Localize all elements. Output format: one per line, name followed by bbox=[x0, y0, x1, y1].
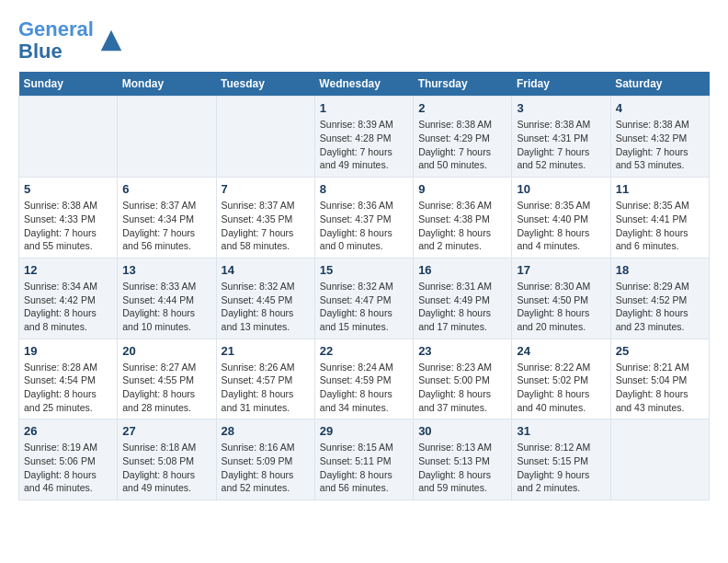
day-info: Sunrise: 8:22 AM Sunset: 5:02 PM Dayligh… bbox=[517, 361, 605, 415]
day-number: 2 bbox=[418, 101, 506, 115]
calendar-cell: 4Sunrise: 8:38 AM Sunset: 4:32 PM Daylig… bbox=[610, 97, 709, 178]
calendar-cell: 24Sunrise: 8:22 AM Sunset: 5:02 PM Dayli… bbox=[512, 339, 610, 419]
day-number: 8 bbox=[320, 182, 408, 196]
day-info: Sunrise: 8:31 AM Sunset: 4:49 PM Dayligh… bbox=[418, 280, 506, 334]
day-info: Sunrise: 8:24 AM Sunset: 4:59 PM Dayligh… bbox=[320, 361, 408, 415]
logo-text: GeneralBlue bbox=[18, 18, 94, 63]
day-header-monday: Monday bbox=[118, 72, 216, 97]
day-number: 31 bbox=[517, 424, 605, 438]
calendar-cell: 1Sunrise: 8:39 AM Sunset: 4:28 PM Daylig… bbox=[314, 97, 413, 178]
calendar-cell bbox=[216, 97, 314, 178]
day-number: 13 bbox=[122, 263, 210, 277]
day-number: 3 bbox=[517, 101, 605, 115]
calendar-cell: 18Sunrise: 8:29 AM Sunset: 4:52 PM Dayli… bbox=[610, 258, 709, 339]
day-header-saturday: Saturday bbox=[610, 72, 709, 97]
calendar-cell: 25Sunrise: 8:21 AM Sunset: 5:04 PM Dayli… bbox=[610, 339, 709, 419]
day-info: Sunrise: 8:18 AM Sunset: 5:08 PM Dayligh… bbox=[122, 441, 210, 495]
calendar-cell: 20Sunrise: 8:27 AM Sunset: 4:55 PM Dayli… bbox=[118, 339, 216, 419]
calendar-cell: 6Sunrise: 8:37 AM Sunset: 4:34 PM Daylig… bbox=[118, 178, 216, 259]
day-number: 20 bbox=[122, 344, 210, 358]
day-info: Sunrise: 8:30 AM Sunset: 4:50 PM Dayligh… bbox=[517, 280, 605, 334]
day-number: 26 bbox=[24, 424, 112, 438]
day-info: Sunrise: 8:34 AM Sunset: 4:42 PM Dayligh… bbox=[24, 280, 112, 334]
calendar-cell: 8Sunrise: 8:36 AM Sunset: 4:37 PM Daylig… bbox=[314, 178, 413, 259]
day-number: 27 bbox=[122, 424, 210, 438]
calendar-cell: 30Sunrise: 8:13 AM Sunset: 5:13 PM Dayli… bbox=[414, 419, 512, 500]
day-info: Sunrise: 8:38 AM Sunset: 4:31 PM Dayligh… bbox=[517, 118, 605, 172]
day-info: Sunrise: 8:32 AM Sunset: 4:47 PM Dayligh… bbox=[320, 280, 408, 334]
calendar-cell: 19Sunrise: 8:28 AM Sunset: 4:54 PM Dayli… bbox=[19, 339, 118, 419]
calendar-week-5: 26Sunrise: 8:19 AM Sunset: 5:06 PM Dayli… bbox=[19, 419, 710, 500]
day-number: 6 bbox=[122, 182, 210, 196]
calendar-table: SundayMondayTuesdayWednesdayThursdayFrid… bbox=[18, 72, 710, 500]
calendar-cell: 26Sunrise: 8:19 AM Sunset: 5:06 PM Dayli… bbox=[19, 419, 118, 500]
svg-marker-0 bbox=[101, 30, 122, 52]
day-number: 22 bbox=[320, 344, 408, 358]
day-info: Sunrise: 8:35 AM Sunset: 4:41 PM Dayligh… bbox=[616, 199, 704, 253]
day-info: Sunrise: 8:26 AM Sunset: 4:57 PM Dayligh… bbox=[222, 361, 310, 415]
day-number: 1 bbox=[320, 101, 408, 115]
day-number: 9 bbox=[418, 182, 506, 196]
day-number: 12 bbox=[24, 263, 112, 277]
calendar-cell: 10Sunrise: 8:35 AM Sunset: 4:40 PM Dayli… bbox=[512, 178, 610, 259]
day-info: Sunrise: 8:37 AM Sunset: 4:34 PM Dayligh… bbox=[122, 199, 210, 253]
calendar-cell: 7Sunrise: 8:37 AM Sunset: 4:35 PM Daylig… bbox=[216, 178, 314, 259]
day-info: Sunrise: 8:16 AM Sunset: 5:09 PM Dayligh… bbox=[222, 441, 310, 495]
day-info: Sunrise: 8:23 AM Sunset: 5:00 PM Dayligh… bbox=[418, 361, 506, 415]
calendar-cell: 23Sunrise: 8:23 AM Sunset: 5:00 PM Dayli… bbox=[414, 339, 512, 419]
day-number: 5 bbox=[24, 182, 112, 196]
day-info: Sunrise: 8:39 AM Sunset: 4:28 PM Dayligh… bbox=[320, 118, 408, 172]
day-number: 29 bbox=[320, 424, 408, 438]
calendar-header-row: SundayMondayTuesdayWednesdayThursdayFrid… bbox=[19, 72, 710, 97]
calendar-cell: 11Sunrise: 8:35 AM Sunset: 4:41 PM Dayli… bbox=[610, 178, 709, 259]
day-number: 7 bbox=[222, 182, 310, 196]
day-header-friday: Friday bbox=[512, 72, 610, 97]
day-info: Sunrise: 8:36 AM Sunset: 4:37 PM Dayligh… bbox=[320, 199, 408, 253]
day-number: 10 bbox=[517, 182, 605, 196]
calendar-cell: 12Sunrise: 8:34 AM Sunset: 4:42 PM Dayli… bbox=[19, 258, 118, 339]
calendar-cell: 17Sunrise: 8:30 AM Sunset: 4:50 PM Dayli… bbox=[512, 258, 610, 339]
day-info: Sunrise: 8:38 AM Sunset: 4:32 PM Dayligh… bbox=[616, 118, 704, 172]
day-info: Sunrise: 8:13 AM Sunset: 5:13 PM Dayligh… bbox=[418, 441, 506, 495]
day-info: Sunrise: 8:12 AM Sunset: 5:15 PM Dayligh… bbox=[517, 441, 605, 495]
calendar-cell: 22Sunrise: 8:24 AM Sunset: 4:59 PM Dayli… bbox=[314, 339, 413, 419]
day-info: Sunrise: 8:33 AM Sunset: 4:44 PM Dayligh… bbox=[122, 280, 210, 334]
day-header-sunday: Sunday bbox=[19, 72, 118, 97]
calendar-week-3: 12Sunrise: 8:34 AM Sunset: 4:42 PM Dayli… bbox=[19, 258, 710, 339]
day-number: 15 bbox=[320, 263, 408, 277]
calendar-week-1: 1Sunrise: 8:39 AM Sunset: 4:28 PM Daylig… bbox=[19, 97, 710, 178]
calendar-cell: 31Sunrise: 8:12 AM Sunset: 5:15 PM Dayli… bbox=[512, 419, 610, 500]
calendar-cell: 16Sunrise: 8:31 AM Sunset: 4:49 PM Dayli… bbox=[414, 258, 512, 339]
day-header-tuesday: Tuesday bbox=[216, 72, 314, 97]
day-info: Sunrise: 8:38 AM Sunset: 4:29 PM Dayligh… bbox=[418, 118, 506, 172]
day-number: 11 bbox=[616, 182, 704, 196]
calendar-cell: 15Sunrise: 8:32 AM Sunset: 4:47 PM Dayli… bbox=[314, 258, 413, 339]
day-number: 23 bbox=[418, 344, 506, 358]
day-info: Sunrise: 8:21 AM Sunset: 5:04 PM Dayligh… bbox=[616, 361, 704, 415]
day-number: 14 bbox=[222, 263, 310, 277]
day-info: Sunrise: 8:29 AM Sunset: 4:52 PM Dayligh… bbox=[616, 280, 704, 334]
calendar-cell: 28Sunrise: 8:16 AM Sunset: 5:09 PM Dayli… bbox=[216, 419, 314, 500]
day-info: Sunrise: 8:27 AM Sunset: 4:55 PM Dayligh… bbox=[122, 361, 210, 415]
calendar-cell: 9Sunrise: 8:36 AM Sunset: 4:38 PM Daylig… bbox=[414, 178, 512, 259]
calendar-cell bbox=[610, 419, 709, 500]
calendar-cell: 13Sunrise: 8:33 AM Sunset: 4:44 PM Dayli… bbox=[118, 258, 216, 339]
calendar-cell: 3Sunrise: 8:38 AM Sunset: 4:31 PM Daylig… bbox=[512, 97, 610, 178]
calendar-week-2: 5Sunrise: 8:38 AM Sunset: 4:33 PM Daylig… bbox=[19, 178, 710, 259]
day-info: Sunrise: 8:36 AM Sunset: 4:38 PM Dayligh… bbox=[418, 199, 506, 253]
day-info: Sunrise: 8:38 AM Sunset: 4:33 PM Dayligh… bbox=[24, 199, 112, 253]
day-number: 16 bbox=[418, 263, 506, 277]
day-header-thursday: Thursday bbox=[414, 72, 512, 97]
calendar-cell: 14Sunrise: 8:32 AM Sunset: 4:45 PM Dayli… bbox=[216, 258, 314, 339]
day-info: Sunrise: 8:35 AM Sunset: 4:40 PM Dayligh… bbox=[517, 199, 605, 253]
calendar-cell bbox=[118, 97, 216, 178]
day-number: 18 bbox=[616, 263, 704, 277]
calendar-week-4: 19Sunrise: 8:28 AM Sunset: 4:54 PM Dayli… bbox=[19, 339, 710, 419]
calendar-cell: 29Sunrise: 8:15 AM Sunset: 5:11 PM Dayli… bbox=[314, 419, 413, 500]
day-number: 24 bbox=[517, 344, 605, 358]
day-number: 21 bbox=[222, 344, 310, 358]
calendar-cell bbox=[19, 97, 118, 178]
day-number: 28 bbox=[222, 424, 310, 438]
calendar-cell: 5Sunrise: 8:38 AM Sunset: 4:33 PM Daylig… bbox=[19, 178, 118, 259]
day-number: 17 bbox=[517, 263, 605, 277]
